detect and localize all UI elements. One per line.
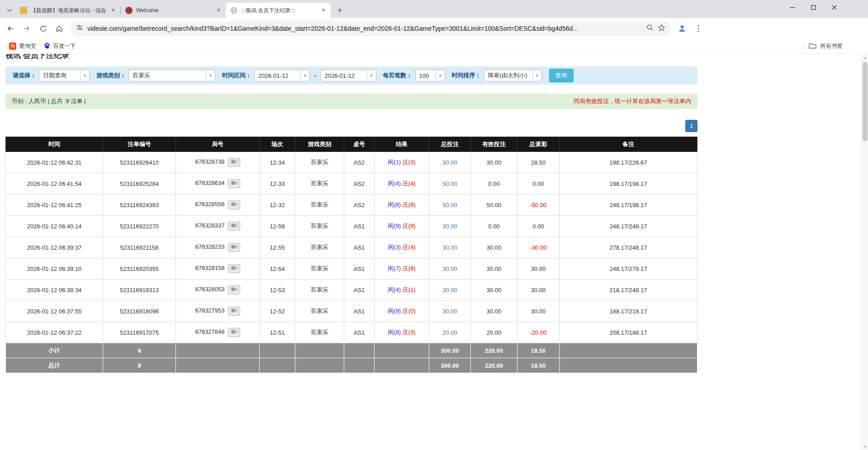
total-row-cell xyxy=(176,358,260,373)
cell-total-bet[interactable]: 30.00 xyxy=(429,237,471,258)
select-type-label: 请选择： xyxy=(13,71,36,80)
scrollbar-thumb[interactable] xyxy=(863,62,868,141)
cell-note: 248.17/278.17 xyxy=(560,258,697,279)
page-1-button[interactable]: 1 xyxy=(685,120,697,132)
refresh-button[interactable] xyxy=(35,21,51,36)
maximize-button[interactable] xyxy=(803,0,824,14)
bookmark-star-icon[interactable] xyxy=(658,24,665,33)
subtotal-row-cell: 220.00 xyxy=(471,343,517,358)
table-row: 2026-01-12 06:41:54523116925284676328634… xyxy=(6,173,697,194)
cell-total-bet[interactable]: 30.00 xyxy=(429,301,471,322)
result-player: 闲(9) xyxy=(388,223,401,229)
total-row-cell: 18.50 xyxy=(517,358,560,373)
cell-note: 198.17/198.17 xyxy=(560,173,697,194)
zoom-icon[interactable] xyxy=(646,24,654,33)
cell-round: 676327848 xyxy=(176,322,260,343)
browser-menu-icon[interactable] xyxy=(691,21,706,36)
cell-total-bet[interactable]: 30.00 xyxy=(429,216,471,237)
cell-round: 676327953 xyxy=(176,301,260,322)
scrollbar[interactable]: ▲ ▼ xyxy=(861,54,868,450)
scrollbar-up-arrow[interactable]: ▲ xyxy=(862,54,868,61)
subtotal-row: 小计9300.00220.0018.50 xyxy=(6,343,697,358)
close-window-button[interactable] xyxy=(824,0,844,14)
table-row: 2026-01-12 06:39:10523116920355676328158… xyxy=(6,258,697,279)
summary-bar: 币别 : 人民币 | 总共 :9 注单 | 同局有效投注，统一计算在该局第一张注… xyxy=(5,94,697,109)
new-tab-button[interactable]: + xyxy=(333,4,346,17)
sort-select[interactable]: 降幂(由大到小) ▼ xyxy=(484,70,542,81)
cell-total-bet[interactable]: 20.00 xyxy=(429,322,471,343)
tab-close-icon[interactable]: × xyxy=(109,7,117,14)
round-video-button[interactable] xyxy=(228,285,240,294)
sort-label: 时间排序： xyxy=(452,71,481,80)
round-number: 676328556 xyxy=(195,201,224,208)
cell-total-bet[interactable]: 50.00 xyxy=(429,173,471,194)
result-player: 闲(3) xyxy=(388,244,401,251)
round-video-button[interactable] xyxy=(228,243,240,252)
bookmark-taobao[interactable]: 淘 爱淘宝 xyxy=(5,41,40,52)
date-start-select[interactable]: 2026-01-12 ▼ xyxy=(254,70,310,81)
tab-close-icon[interactable]: × xyxy=(215,7,222,14)
round-video-button[interactable] xyxy=(228,222,240,231)
cell-note: 188.17/218.17 xyxy=(560,301,697,322)
cell-note: 198.17/226.67 xyxy=(560,152,697,173)
per-page-value: 100 xyxy=(416,72,436,79)
total-row-cell: 300.00 xyxy=(429,358,471,373)
address-bar[interactable]: videoie.com/game/betrecord_search/kind3?… xyxy=(71,21,671,36)
cell-bet-id: 523116926410 xyxy=(103,152,176,173)
result-player: 闲(8) xyxy=(388,201,401,208)
forward-button[interactable] xyxy=(19,21,34,36)
cell-total-bet[interactable]: 50.00 xyxy=(429,194,471,216)
chevron-down-icon: ▼ xyxy=(532,70,541,81)
round-video-button[interactable] xyxy=(228,307,240,316)
cell-total-bet[interactable]: 30.00 xyxy=(429,258,471,279)
cell-round: 676328158 xyxy=(176,258,260,279)
tab-title: 【新提醒】海燕策略论坛 - 综合 xyxy=(31,7,106,14)
round-video-button[interactable] xyxy=(228,328,240,337)
round-video-button[interactable] xyxy=(228,264,240,273)
date-end-select[interactable]: 2026-01-12 ▼ xyxy=(321,70,376,81)
tab-bet-records[interactable]: :::视讯 会员下注纪录::: × xyxy=(226,3,331,18)
bookmarks-divider: | xyxy=(803,43,805,50)
chevron-down-icon: ▼ xyxy=(80,70,89,81)
tab-welcome[interactable]: Welcome × xyxy=(121,3,226,18)
all-bookmarks-label: 所有书签 xyxy=(820,43,843,50)
round-video-button[interactable] xyxy=(228,179,240,188)
tab-forum[interactable]: 【新提醒】海燕策略论坛 - 综合 × xyxy=(15,3,120,18)
search-button[interactable]: 查询 xyxy=(549,69,574,82)
tab-close-icon[interactable]: × xyxy=(320,7,327,14)
tab-list-chevron-icon[interactable] xyxy=(4,3,15,18)
bookmark-baidu[interactable]: 百度一下 xyxy=(40,41,80,52)
cell-table-no: AS1 xyxy=(344,258,375,279)
site-controls-icon[interactable] xyxy=(76,24,83,33)
cell-session: 12-56 xyxy=(260,216,295,237)
cell-table-no: AS2 xyxy=(344,173,375,194)
cell-total-bet[interactable]: 30.00 xyxy=(429,279,471,301)
bookmarks-bar: 淘 爱淘宝 百度一下 | 所有书签 xyxy=(0,39,868,54)
cell-session: 12-32 xyxy=(260,194,295,216)
scrollbar-down-arrow[interactable]: ▼ xyxy=(862,443,868,450)
cell-time: 2026-01-12 06:37:55 xyxy=(6,301,103,322)
cell-payout: 28.50 xyxy=(517,152,560,173)
cell-round: 676328738 xyxy=(176,152,260,173)
round-video-button[interactable] xyxy=(228,200,240,209)
round-video-button[interactable] xyxy=(228,158,240,167)
cell-note: 248.17/198.17 xyxy=(560,194,697,216)
result-banker: 庄(4) xyxy=(403,180,416,187)
chevron-down-icon: ▼ xyxy=(367,70,376,81)
profile-avatar[interactable] xyxy=(674,21,690,36)
minimize-button[interactable] xyxy=(782,0,803,14)
url-text[interactable]: videoie.com/game/betrecord_search/kind3?… xyxy=(87,25,642,32)
query-type-select[interactable]: 日期查询 ▼ xyxy=(39,70,90,81)
cell-result: 闲(4) 庄(4) xyxy=(375,173,429,194)
back-button[interactable] xyxy=(3,21,18,36)
cell-result: 闲(3) 庄(4) xyxy=(375,237,429,258)
tab-title: :::视讯 会员下注纪录::: xyxy=(241,7,316,14)
all-bookmarks[interactable]: | 所有书签 xyxy=(803,43,863,50)
per-page-select[interactable]: 100 ▼ xyxy=(415,70,445,81)
home-button[interactable] xyxy=(52,21,67,36)
game-type-select[interactable]: 百家乐 ▼ xyxy=(128,70,215,81)
subtotal-row-cell xyxy=(375,343,429,358)
query-type-value: 日期查询 xyxy=(39,71,80,80)
cell-total-bet[interactable]: 30.00 xyxy=(429,152,471,173)
round-number: 676327848 xyxy=(195,328,224,335)
